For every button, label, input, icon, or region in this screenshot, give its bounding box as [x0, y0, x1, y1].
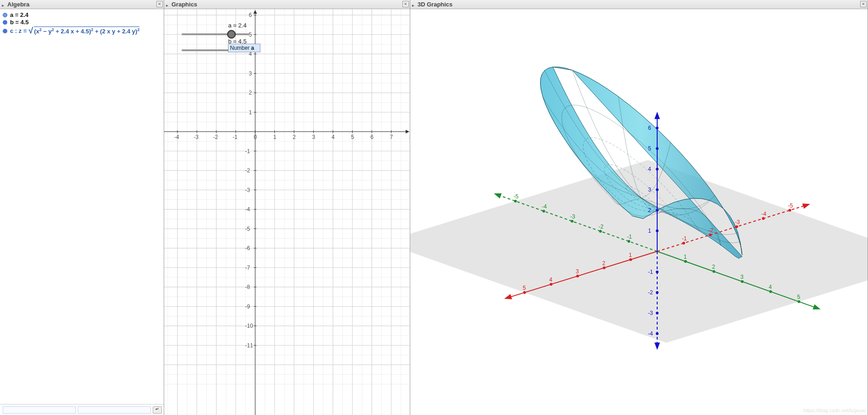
svg-text:3: 3 [648, 186, 651, 193]
svg-text:-3: -3 [194, 134, 199, 140]
svg-point-170 [228, 31, 235, 37]
collapse-arrow-icon[interactable]: ▸ [412, 3, 416, 6]
svg-text:1: 1 [273, 134, 277, 140]
svg-text:-3: -3 [245, 187, 250, 193]
visibility-dot-icon[interactable] [3, 20, 7, 25]
close-icon[interactable]: ✕ [402, 1, 409, 7]
panel-title: Algebra [7, 1, 29, 8]
graphics3d-panel: ▸ 3D Graphics ✕ -5-4-3-2-112345-5-4-3-2-… [410, 0, 868, 415]
svg-marker-205 [494, 193, 502, 198]
svg-point-208 [542, 210, 545, 213]
algebra-panel: ▸ Algebra ✕ a = 2.4 b = 4.5 c : z = √ (x… [0, 0, 164, 415]
graphics-header[interactable]: ▸ Graphics ✕ [164, 0, 410, 9]
svg-point-206 [514, 200, 517, 202]
algebra-header[interactable]: ▸ Algebra ✕ [0, 0, 164, 9]
visibility-dot-icon[interactable] [3, 13, 7, 17]
svg-text:2: 2 [648, 207, 651, 213]
svg-point-224 [798, 300, 800, 303]
svg-point-220 [741, 280, 744, 283]
collapse-arrow-icon[interactable]: ▸ [2, 3, 5, 6]
svg-text:-8: -8 [245, 284, 250, 290]
algebra-input-bar: ↵ [0, 404, 164, 415]
svg-text:3: 3 [740, 274, 744, 280]
input-enter-button[interactable]: ↵ [153, 406, 162, 414]
svg-point-184 [762, 217, 765, 220]
svg-point-200 [523, 291, 526, 294]
svg-text:2: 2 [602, 260, 605, 266]
svg-text:-1: -1 [245, 148, 250, 154]
svg-point-194 [603, 266, 605, 269]
svg-text:-2: -2 [213, 134, 218, 140]
svg-text:-4: -4 [761, 211, 766, 217]
svg-marker-228 [654, 112, 660, 119]
svg-text:6: 6 [648, 125, 651, 131]
svg-text:3: 3 [576, 268, 579, 275]
algebra-body: a = 2.4 b = 4.5 c : z = √ (x2 − y2 + 2.4… [0, 9, 164, 406]
svg-text:1: 1 [629, 252, 632, 258]
svg-marker-176 [410, 160, 868, 343]
input-field[interactable] [3, 406, 76, 414]
svg-text:4: 4 [549, 277, 552, 283]
svg-marker-204 [813, 304, 820, 309]
svg-point-246 [656, 147, 659, 150]
graphics3d-view[interactable]: -5-4-3-2-112345-5-4-3-2-112345-4-3-2-112… [410, 9, 868, 415]
svg-text:-2: -2 [599, 223, 604, 230]
svg-point-186 [735, 225, 738, 228]
svg-text:-3: -3 [570, 213, 575, 220]
svg-point-244 [656, 168, 659, 170]
svg-text:3: 3 [312, 134, 316, 140]
svg-point-216 [684, 260, 687, 263]
svg-text:-1: -1 [648, 269, 653, 275]
svg-text:5: 5 [797, 294, 800, 300]
svg-text:-7: -7 [245, 265, 250, 271]
svg-text:-2: -2 [245, 167, 250, 174]
svg-text:8: 8 [409, 134, 410, 140]
svg-point-198 [550, 283, 552, 286]
svg-text:4: 4 [648, 166, 651, 172]
svg-text:2: 2 [249, 90, 252, 96]
graphics-view[interactable]: -4-3-2-1012345678654321-1-2-3-4-5-6-7-8-… [164, 9, 410, 415]
svg-text:-2: -2 [708, 227, 713, 234]
svg-text:a = 2.4: a = 2.4 [228, 22, 246, 29]
svg-text:-2: -2 [648, 289, 653, 296]
graphics3d-header[interactable]: ▸ 3D Graphics ✕ [410, 0, 868, 9]
svg-marker-180 [504, 294, 512, 299]
svg-text:-10: -10 [245, 323, 253, 329]
svg-point-232 [656, 312, 659, 314]
svg-text:-1: -1 [627, 234, 632, 240]
visibility-dot-icon[interactable] [3, 29, 7, 33]
svg-text:-5: -5 [514, 193, 519, 200]
svg-text:2: 2 [293, 134, 296, 140]
svg-point-248 [656, 127, 659, 129]
svg-text:6: 6 [249, 12, 252, 18]
svg-text:5: 5 [523, 285, 526, 291]
graphics-panel: ▸ Graphics ✕ -4-3-2-1012345678654321-1-2… [164, 0, 410, 415]
svg-text:-3: -3 [735, 219, 740, 225]
svg-text:2: 2 [712, 264, 715, 270]
svg-point-238 [656, 229, 659, 232]
svg-text:-4: -4 [245, 206, 250, 213]
svg-text:-4: -4 [542, 203, 547, 210]
svg-text:4: 4 [332, 134, 335, 140]
svg-point-210 [571, 220, 573, 223]
svg-text:Number a: Number a [230, 45, 254, 51]
svg-text:3: 3 [249, 70, 252, 77]
svg-text:-9: -9 [245, 303, 250, 310]
svg-text:-6: -6 [245, 245, 250, 251]
svg-text:-5: -5 [788, 202, 793, 209]
input-field[interactable] [78, 406, 151, 414]
svg-text:-5: -5 [245, 226, 250, 232]
svg-text:4: 4 [769, 284, 772, 290]
watermark: https://blog.csdn.net/lugouxi [804, 408, 866, 413]
panel-title: Graphics [171, 1, 197, 8]
svg-text:0: 0 [254, 134, 257, 140]
svg-point-196 [576, 275, 579, 277]
algebra-item-b[interactable]: b = 4.5 [3, 19, 161, 26]
svg-text:-1: -1 [233, 134, 238, 140]
collapse-arrow-icon[interactable]: ▸ [166, 3, 170, 6]
algebra-item-c[interactable]: c : z = √ (x2 − y2 + 2.4 x + 4.5)2 + (2 … [3, 26, 161, 36]
close-icon[interactable]: ✕ [860, 1, 867, 7]
close-icon[interactable]: ✕ [156, 1, 163, 7]
algebra-item-a[interactable]: a = 2.4 [3, 11, 161, 18]
svg-point-190 [682, 242, 685, 245]
